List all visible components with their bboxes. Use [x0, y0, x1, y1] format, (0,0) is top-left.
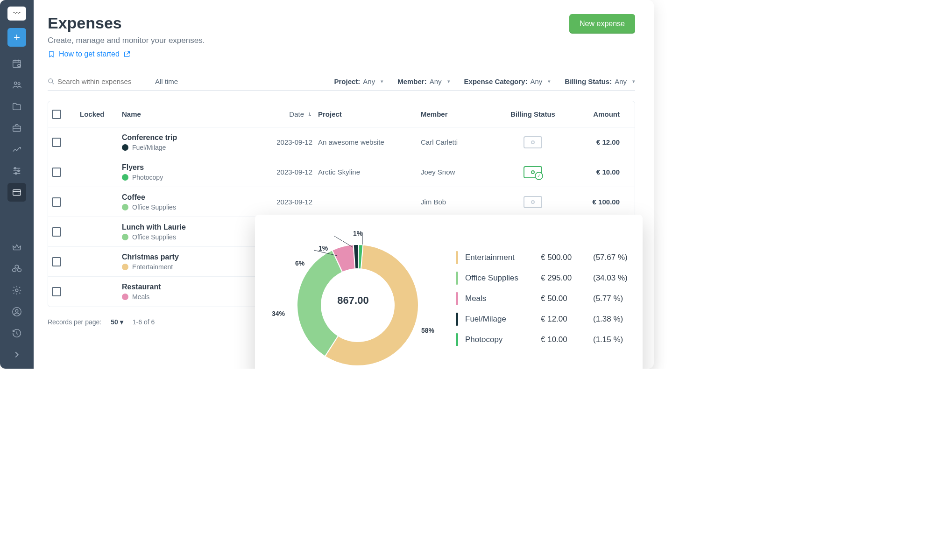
expense-amount: € 12.00: [570, 138, 626, 146]
chart-slice-label: 1%: [353, 230, 362, 237]
caret-down-icon: ▾: [381, 78, 383, 84]
expense-member: Carl Carletti: [421, 138, 495, 146]
legend-amount: € 12.00: [541, 315, 587, 324]
sidebar-item-apps[interactable]: [7, 259, 26, 278]
expense-name: Flyers: [122, 163, 262, 172]
expense-category: Office Supplies: [132, 203, 176, 211]
caret-down-icon: ▾: [548, 78, 551, 84]
col-amount[interactable]: Amount: [570, 110, 626, 118]
category-dot-icon: [122, 234, 128, 240]
legend-color-bar: [456, 333, 458, 346]
app-window: 〰 + Expenses Create, manage and monitor …: [0, 0, 654, 369]
sliders-icon: [12, 166, 22, 176]
project-filter[interactable]: Project: Any ▾: [334, 73, 383, 90]
expense-category: Photocopy: [132, 174, 163, 181]
sidebar-item-settings[interactable]: [7, 281, 26, 300]
chart-line-icon: [12, 144, 22, 154]
col-name[interactable]: Name: [122, 110, 262, 118]
add-button[interactable]: +: [7, 28, 26, 47]
svg-rect-4: [13, 126, 21, 131]
expense-amount: € 100.00: [570, 198, 626, 206]
new-expense-button[interactable]: New expense: [569, 14, 635, 34]
row-checkbox[interactable]: [52, 168, 61, 177]
table-header: Locked Name Date Project Member Billing …: [48, 101, 635, 127]
legend-amount: € 295.00: [541, 273, 587, 283]
category-dot-icon: [122, 174, 128, 181]
table-row[interactable]: CoffeeOffice Supplies2023-09-12Jim Bob€ …: [48, 187, 635, 217]
expense-project: Arctic Skyline: [318, 168, 421, 176]
row-checkbox[interactable]: [52, 138, 61, 147]
caret-down-icon: ▾: [632, 78, 635, 84]
legend-row: Meals€ 50.00(5.77 %): [456, 292, 635, 305]
expenses-chart-card: 867.00 58% 34% 6% 1% 1% Entertainment€ 5…: [255, 215, 643, 369]
row-checkbox[interactable]: [52, 287, 61, 296]
svg-point-1: [18, 64, 21, 67]
legend-percent: (34.03 %): [593, 273, 635, 283]
col-billing[interactable]: Billing Status: [495, 110, 570, 118]
table-row[interactable]: Conference tripFuel/Milage2023-09-12An a…: [48, 127, 635, 157]
expense-amount: € 10.00: [570, 168, 626, 176]
time-filter[interactable]: All time: [155, 73, 178, 90]
svg-rect-0: [13, 61, 21, 68]
row-checkbox[interactable]: [52, 227, 61, 237]
legend-category-name: Photocopy: [465, 335, 535, 344]
col-project[interactable]: Project: [318, 110, 421, 118]
user-icon: [12, 307, 22, 317]
help-link-text: How to get started: [59, 50, 120, 58]
row-checkbox[interactable]: [52, 197, 61, 207]
sidebar-item-briefcase[interactable]: [7, 119, 26, 137]
billing-filter[interactable]: Billing Status: Any ▾: [565, 73, 635, 90]
sidebar-item-premium[interactable]: [7, 238, 26, 257]
table-row[interactable]: FlyersPhotocopy2023-09-12Arctic SkylineJ…: [48, 157, 635, 187]
history-icon: [12, 328, 22, 338]
chart-slice-label: 58%: [421, 327, 434, 334]
legend-percent: (1.15 %): [593, 335, 635, 344]
sidebar-item-calendar[interactable]: [7, 54, 26, 73]
svg-line-14: [334, 236, 353, 247]
col-date[interactable]: Date: [262, 110, 318, 118]
sidebar-item-history[interactable]: [7, 324, 26, 343]
legend-category-name: Entertainment: [465, 253, 535, 262]
col-member[interactable]: Member: [421, 110, 495, 118]
chart-legend: Entertainment€ 500.00(57.67 %)Office Sup…: [456, 226, 635, 369]
sidebar-item-profile[interactable]: [7, 302, 26, 321]
expense-member: Joey Snow: [421, 168, 495, 176]
svg-point-9: [15, 289, 18, 292]
select-all-checkbox[interactable]: [52, 110, 61, 119]
page-title: Expenses: [48, 14, 205, 32]
row-checkbox[interactable]: [52, 257, 61, 266]
app-logo: 〰: [7, 7, 26, 21]
records-per-page-select[interactable]: 50 ▾: [111, 318, 123, 326]
category-dot-icon: [122, 294, 128, 300]
page-subtitle: Create, manage and monitor your expenses…: [48, 36, 205, 45]
sort-down-icon: [307, 112, 312, 117]
sidebar: 〰 +: [0, 0, 34, 369]
sidebar-item-projects[interactable]: [7, 97, 26, 116]
billing-status-billed-icon: [524, 166, 542, 178]
sidebar-expand[interactable]: [7, 345, 26, 364]
search-input[interactable]: [57, 77, 132, 85]
folder-icon: [12, 101, 22, 112]
sidebar-item-expenses[interactable]: [7, 183, 26, 202]
expense-name: Conference trip: [122, 133, 262, 142]
col-locked[interactable]: Locked: [80, 110, 122, 118]
legend-category-name: Fuel/Milage: [465, 315, 535, 324]
billing-status-unbilled-icon: [524, 136, 542, 148]
search-filter[interactable]: [48, 73, 141, 90]
legend-color-bar: [456, 251, 458, 264]
wallet-icon: [12, 187, 22, 197]
crown-icon: [12, 242, 22, 252]
svg-point-10: [13, 308, 21, 316]
sidebar-item-list[interactable]: [7, 161, 26, 180]
legend-amount: € 10.00: [541, 335, 587, 344]
category-filter[interactable]: Expense Category: Any ▾: [464, 73, 551, 90]
category-dot-icon: [122, 204, 128, 210]
caret-down-icon: ▾: [447, 78, 450, 84]
category-dot-icon: [122, 144, 128, 151]
help-link[interactable]: How to get started: [48, 50, 131, 58]
member-filter[interactable]: Member: Any ▾: [397, 73, 450, 90]
category-dot-icon: [122, 264, 128, 270]
sidebar-item-team[interactable]: [7, 76, 26, 94]
sidebar-item-reports[interactable]: [7, 140, 26, 159]
expense-category: Entertainment: [132, 263, 173, 271]
